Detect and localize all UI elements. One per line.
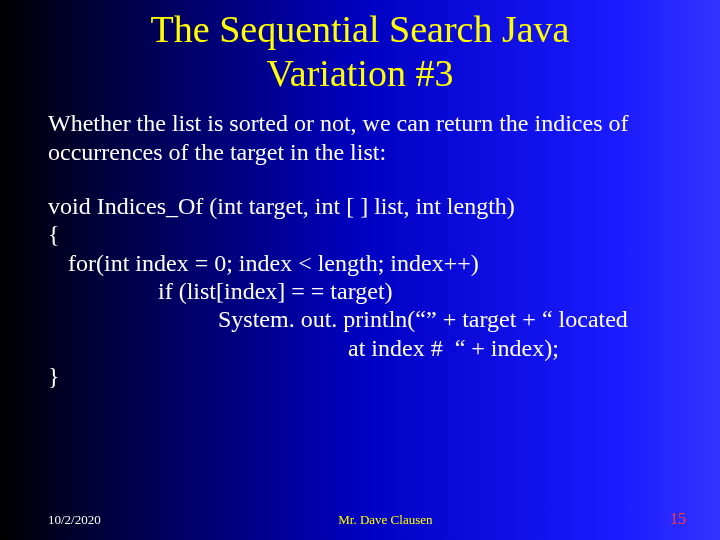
code-block: void Indices_Of (int target, int [ ] lis… xyxy=(48,192,672,390)
footer-date: 10/2/2020 xyxy=(48,512,101,528)
footer-page-number: 15 xyxy=(670,510,686,528)
title-line-1: The Sequential Search Java xyxy=(151,8,570,50)
code-line: void Indices_Of (int target, int [ ] lis… xyxy=(48,192,672,220)
title-line-2: Variation #3 xyxy=(267,52,454,94)
code-line: System. out. println(“” + target + “ loc… xyxy=(48,305,672,333)
intro-text: Whether the list is sorted or not, we ca… xyxy=(48,109,672,166)
code-line: for(int index = 0; index < length; index… xyxy=(48,249,672,277)
slide-body: Whether the list is sorted or not, we ca… xyxy=(0,95,720,390)
code-line: at index # “ + index); xyxy=(48,334,672,362)
code-line: } xyxy=(48,362,672,390)
footer-author: Mr. Dave Clausen xyxy=(101,512,670,528)
code-line: if (list[index] = = target) xyxy=(48,277,672,305)
code-line: { xyxy=(48,220,672,248)
slide-title: The Sequential Search Java Variation #3 xyxy=(0,0,720,95)
slide-footer: 10/2/2020 Mr. Dave Clausen 15 xyxy=(0,510,720,528)
